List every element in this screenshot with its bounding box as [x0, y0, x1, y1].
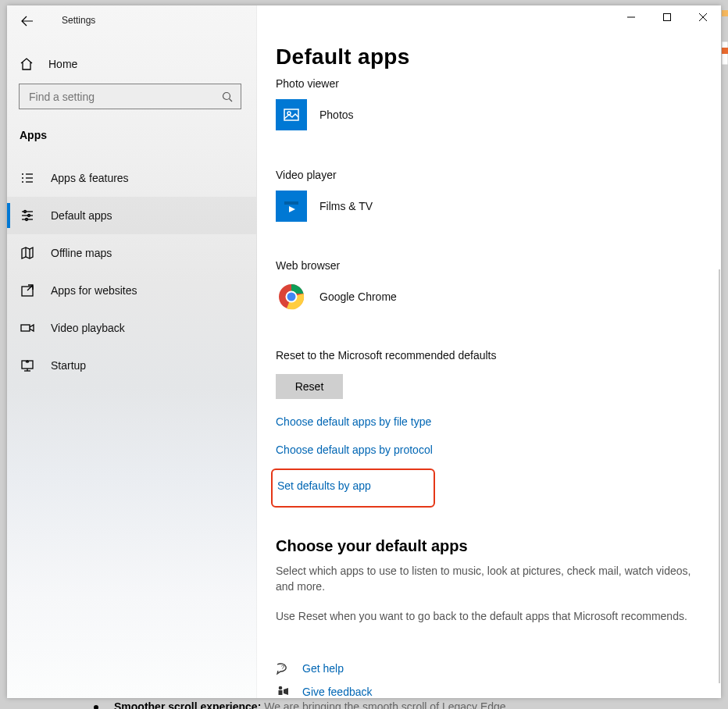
give-feedback-label: Give feedback [302, 686, 373, 698]
sidebar-item-video-playback[interactable]: Video playback [7, 309, 256, 347]
sidebar-item-startup[interactable]: Startup [7, 347, 256, 384]
links-section: Choose default apps by file type Choose … [276, 415, 435, 508]
sidebar-item-apps-for-websites[interactable]: Apps for websites [7, 272, 256, 309]
svg-line-4 [230, 98, 233, 102]
window-caption-buttons [613, 5, 721, 29]
photos-tile-icon [276, 99, 307, 130]
get-help-link[interactable]: ? Get help [276, 661, 373, 675]
svg-point-36 [287, 293, 296, 301]
app-name: Photos [319, 109, 354, 121]
svg-rect-2 [722, 48, 728, 54]
search-input[interactable] [19, 84, 241, 109]
link-set-defaults-by-app[interactable]: Set defaults by app [277, 479, 371, 492]
help-paragraph-2: Use Reset when you want to go back to th… [276, 608, 698, 624]
help-section: Choose your default apps Select which ap… [276, 537, 698, 624]
map-icon [20, 245, 35, 261]
arrow-left-icon [21, 15, 34, 27]
sidebar-item-apps-features[interactable]: Apps & features [7, 159, 256, 197]
minimize-icon [627, 13, 635, 21]
give-feedback-link[interactable]: Give feedback [276, 685, 373, 699]
minimize-button[interactable] [613, 5, 649, 29]
video-icon [20, 320, 35, 336]
search-icon [222, 91, 233, 102]
startup-icon [20, 358, 35, 373]
app-name: Films & TV [319, 200, 373, 212]
reset-section: Reset to the Microsoft recommended defau… [276, 349, 496, 399]
sidebar-section-label: Apps [20, 129, 47, 141]
link-choose-by-file-type[interactable]: Choose default apps by file type [276, 415, 435, 428]
svg-rect-19 [22, 287, 33, 296]
get-help-label: Get help [302, 662, 344, 675]
help-paragraph-1: Select which apps to use to listen to mu… [276, 563, 698, 594]
sidebar: Settings Home Apps Apps & features [7, 5, 257, 698]
default-web-browser[interactable]: Web browser Google Chrome [276, 259, 397, 312]
annotation-highlight: Set defaults by app [271, 469, 435, 508]
svg-point-38 [279, 686, 283, 690]
background-peek [722, 10, 728, 80]
maximize-button[interactable] [649, 5, 685, 29]
open-in-app-icon [20, 283, 35, 298]
default-video-player[interactable]: Video player Films & TV [276, 169, 373, 222]
background-page-text: Smoother scroll experience: We are bring… [94, 700, 506, 709]
default-photo-viewer[interactable]: Photo viewer Photos [276, 77, 354, 130]
svg-rect-21 [21, 325, 30, 331]
svg-rect-27 [664, 14, 671, 21]
reset-header: Reset to the Microsoft recommended defau… [276, 349, 496, 362]
category-label: Photo viewer [276, 77, 354, 90]
sidebar-item-label: Video playback [51, 322, 125, 334]
window-title: Settings [62, 15, 95, 26]
home-label: Home [48, 58, 77, 70]
sidebar-item-label: Apps & features [51, 172, 129, 184]
search-field[interactable] [27, 90, 214, 104]
svg-text:?: ? [281, 664, 285, 671]
svg-rect-32 [284, 201, 298, 205]
home-icon [19, 56, 34, 72]
chrome-tile-icon [276, 281, 307, 312]
back-button[interactable] [7, 5, 48, 37]
svg-rect-0 [722, 10, 728, 16]
sidebar-item-default-apps[interactable]: Default apps [7, 197, 256, 234]
footer-links: ? Get help Give feedback [276, 661, 373, 699]
page-title: Default apps [276, 45, 410, 69]
sidebar-item-label: Offline maps [51, 247, 112, 259]
svg-rect-39 [279, 690, 283, 695]
link-choose-by-protocol[interactable]: Choose default apps by protocol [276, 444, 435, 456]
list-icon [20, 170, 35, 186]
sidebar-item-label: Startup [51, 359, 86, 372]
svg-point-3 [223, 92, 230, 99]
close-button[interactable] [685, 5, 721, 29]
sidebar-nav: Apps & features Default apps Offline map… [7, 159, 256, 384]
help-title: Choose your default apps [276, 537, 698, 555]
films-tv-tile-icon [276, 191, 307, 222]
app-name: Google Chrome [319, 290, 397, 303]
sidebar-item-label: Apps for websites [51, 284, 137, 297]
maximize-icon [663, 13, 671, 21]
svg-line-20 [27, 285, 33, 290]
defaults-icon [20, 208, 35, 223]
svg-marker-33 [289, 206, 295, 212]
scrollbar[interactable] [719, 269, 720, 683]
category-label: Video player [276, 169, 373, 181]
sidebar-item-label: Default apps [51, 209, 112, 222]
content-pane: Default apps Photo viewer Photos Video p… [257, 5, 721, 698]
help-icon: ? [276, 661, 290, 675]
settings-window: Settings Home Apps Apps & features [7, 5, 721, 698]
home-button[interactable]: Home [19, 48, 77, 80]
close-icon [699, 13, 707, 21]
feedback-icon [276, 685, 290, 699]
reset-button[interactable]: Reset [276, 374, 343, 399]
sidebar-item-offline-maps[interactable]: Offline maps [7, 234, 256, 272]
category-label: Web browser [276, 259, 397, 272]
